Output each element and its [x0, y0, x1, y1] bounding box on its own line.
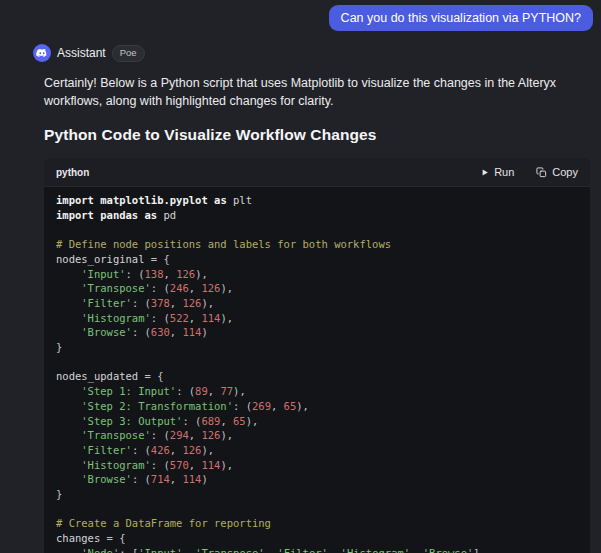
code-line: 'Transpose': (246, 126),	[56, 281, 578, 296]
code-block: python Run	[44, 158, 590, 553]
assistant-message: Assistant Poe Certainly! Below is a Pyth…	[0, 44, 601, 553]
code-line: 'Browse': (714, 114)	[56, 472, 578, 487]
code-line	[56, 355, 578, 370]
code-line: changes = {	[56, 531, 578, 546]
code-line: }	[56, 340, 578, 355]
code-line: # Define node positions and labels for b…	[56, 237, 578, 252]
code-actions: Run Copy	[480, 166, 578, 178]
code-line: nodes_updated = {	[56, 369, 578, 384]
code-line: 'Node': ['Input', 'Transpose', 'Filter',…	[56, 546, 578, 553]
section-heading: Python Code to Visualize Workflow Change…	[44, 126, 590, 144]
chat-page: Can you do this visualization via PYTHON…	[0, 0, 601, 553]
code-line: import pandas as pd	[56, 208, 578, 223]
code-block-header: python Run	[44, 158, 590, 187]
code-line: import matplotlib.pyplot as plt	[56, 193, 578, 208]
user-message-row: Can you do this visualization via PYTHON…	[0, 0, 601, 31]
code-line: # Create a DataFrame for reporting	[56, 516, 578, 531]
code-line: 'Histogram': (570, 114),	[56, 458, 578, 473]
code-line: 'Transpose': (294, 126),	[56, 428, 578, 443]
code-content[interactable]: import matplotlib.pyplot as pltimport pa…	[44, 187, 590, 553]
run-button-label: Run	[494, 166, 514, 178]
poe-badge: Poe	[112, 45, 145, 62]
code-line: 'Step 3: Output': (689, 65),	[56, 414, 578, 429]
code-line: 'Browse': (630, 114)	[56, 325, 578, 340]
copy-button[interactable]: Copy	[536, 166, 578, 178]
code-language-label: python	[56, 167, 89, 178]
code-line: 'Histogram': (522, 114),	[56, 311, 578, 326]
code-line: 'Step 2: Transformation': (269, 65),	[56, 399, 578, 414]
code-line: }	[56, 487, 578, 502]
copy-icon	[536, 167, 547, 178]
assistant-intro-text: Certainly! Below is a Python script that…	[44, 74, 590, 110]
code-line: 'Filter': (426, 126),	[56, 443, 578, 458]
copy-button-label: Copy	[552, 166, 578, 178]
bot-header[interactable]: Assistant Poe	[33, 44, 590, 62]
code-line	[56, 222, 578, 237]
user-message-bubble: Can you do this visualization via PYTHON…	[329, 5, 593, 31]
code-line	[56, 502, 578, 517]
code-line: nodes_original = {	[56, 252, 578, 267]
code-line: 'Step 1: Input': (89, 77),	[56, 384, 578, 399]
bot-name: Assistant	[57, 46, 106, 60]
code-line: 'Input': (138, 126),	[56, 267, 578, 282]
assistant-avatar-icon	[33, 44, 51, 62]
code-line: 'Filter': (378, 126),	[56, 296, 578, 311]
run-button[interactable]: Run	[480, 166, 514, 178]
play-icon	[480, 168, 489, 177]
